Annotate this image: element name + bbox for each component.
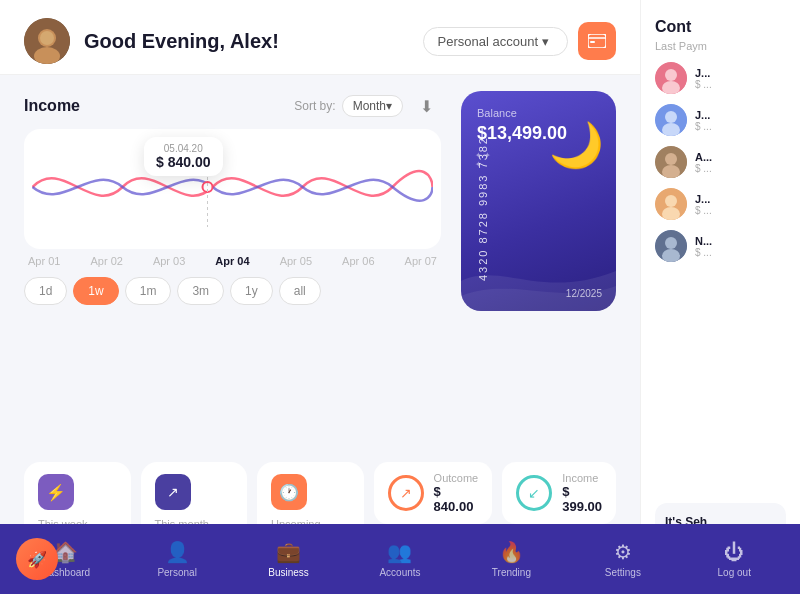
income-value-1: $ 399.00 bbox=[562, 484, 602, 514]
svg-rect-6 bbox=[590, 41, 595, 43]
nav-label-trending: Trending bbox=[492, 567, 531, 578]
income-stat-1: ↙ Income $ 399.00 bbox=[502, 462, 616, 524]
download-button[interactable]: ⬇ bbox=[411, 91, 441, 121]
sort-by-label: Sort by: bbox=[294, 99, 335, 113]
nav-logout[interactable]: ⏻ Log out bbox=[679, 541, 790, 578]
nav-label-settings: Settings bbox=[605, 567, 641, 578]
avatar-image bbox=[24, 18, 70, 64]
contact-3[interactable]: A... $ ... bbox=[655, 146, 786, 178]
contact-amount-5: $ ... bbox=[695, 247, 712, 258]
account-selector[interactable]: Personal account ▾ bbox=[423, 27, 568, 56]
svg-point-10 bbox=[665, 69, 677, 81]
clock-icon: 🕐 bbox=[271, 474, 307, 510]
svg-point-22 bbox=[665, 237, 677, 249]
header: Good Evening, Alex! Personal account ▾ bbox=[0, 0, 640, 75]
svg-rect-4 bbox=[588, 34, 606, 48]
bottom-nav: 🏠 Dashboard 👤 Personal 💼 Business 👥 Acco… bbox=[0, 524, 800, 594]
chart-header: Income Sort by: Month ▾ ⬇ bbox=[24, 91, 441, 121]
nav-settings[interactable]: ⚙ Settings bbox=[567, 540, 678, 578]
chart-container: 05.04.20 $ 840.00 bbox=[24, 129, 441, 249]
balance-card: Balance $13,499.00 🌙 ✦ ✦✦ 4320 8728 9983… bbox=[461, 91, 616, 311]
time-filter-all[interactable]: all bbox=[279, 277, 321, 305]
contact-amount-2: $ ... bbox=[695, 121, 712, 132]
chart-section: Income Sort by: Month ▾ ⬇ 05.04.20 $ 840… bbox=[24, 91, 441, 450]
date-label-3: Apr 03 bbox=[153, 255, 185, 267]
accounts-icon: 👥 bbox=[387, 540, 412, 564]
settings-icon: ⚙ bbox=[614, 540, 632, 564]
date-label-2: Apr 02 bbox=[90, 255, 122, 267]
nav-label-logout: Log out bbox=[718, 567, 751, 578]
nav-business[interactable]: 💼 Business bbox=[233, 540, 344, 578]
chevron-down-icon: ▾ bbox=[542, 34, 549, 49]
rocket-icon: 🚀 bbox=[27, 550, 47, 569]
time-filter-1d[interactable]: 1d bbox=[24, 277, 67, 305]
date-label-4-active: Apr 04 bbox=[215, 255, 249, 267]
nav-accounts[interactable]: 👥 Accounts bbox=[344, 540, 455, 578]
card-number: 4320 8728 9983 7382 bbox=[475, 136, 493, 281]
contact-info-2: J... $ ... bbox=[695, 109, 712, 132]
nav-label-personal: Personal bbox=[157, 567, 196, 578]
date-label-1: Apr 01 bbox=[28, 255, 60, 267]
outcome-stat-1: ↗ Outcome $ 840.00 bbox=[374, 462, 493, 524]
contact-avatar-4 bbox=[655, 188, 687, 220]
contact-4[interactable]: J... $ ... bbox=[655, 188, 786, 220]
contact-amount-3: $ ... bbox=[695, 163, 712, 174]
personal-icon: 👤 bbox=[165, 540, 190, 564]
right-panel-title: Cont bbox=[655, 18, 786, 36]
card-icon-button[interactable] bbox=[578, 22, 616, 60]
date-labels: Apr 01 Apr 02 Apr 03 Apr 04 Apr 05 Apr 0… bbox=[24, 251, 441, 267]
time-filter-1y[interactable]: 1y bbox=[230, 277, 273, 305]
contact-avatar-3 bbox=[655, 146, 687, 178]
tooltip-date: 05.04.20 bbox=[156, 143, 211, 154]
contact-name-5: N... bbox=[695, 235, 712, 247]
svg-point-3 bbox=[40, 31, 54, 45]
contact-info-5: N... $ ... bbox=[695, 235, 712, 258]
account-label: Personal account bbox=[438, 34, 538, 49]
moon-icon: 🌙 bbox=[549, 119, 604, 171]
chart-tooltip: 05.04.20 $ 840.00 bbox=[144, 137, 223, 176]
card-expiry: 12/2025 bbox=[566, 288, 602, 299]
date-label-6: Apr 06 bbox=[342, 255, 374, 267]
contact-avatar-2 bbox=[655, 104, 687, 136]
time-filter-1m[interactable]: 1m bbox=[125, 277, 172, 305]
contact-2[interactable]: J... $ ... bbox=[655, 104, 786, 136]
right-panel: Cont Last Paym J... $ ... J... $ ... bbox=[640, 0, 800, 594]
time-filters: 1d 1w 1m 3m 1y all bbox=[24, 277, 441, 305]
svg-point-16 bbox=[665, 153, 677, 165]
launch-button[interactable]: 🚀 bbox=[16, 538, 58, 580]
income-info-1: Income $ 399.00 bbox=[562, 472, 602, 514]
nav-label-accounts: Accounts bbox=[379, 567, 420, 578]
svg-point-19 bbox=[665, 195, 677, 207]
date-label-7: Apr 07 bbox=[405, 255, 437, 267]
trending-icon: 🔥 bbox=[499, 540, 524, 564]
sort-chevron-icon: ▾ bbox=[386, 99, 392, 113]
outcome-icon-1: ↗ bbox=[388, 475, 424, 511]
contact-info-4: J... $ ... bbox=[695, 193, 712, 216]
avatar bbox=[24, 18, 70, 64]
income-label-1: Income bbox=[562, 472, 602, 484]
nav-trending[interactable]: 🔥 Trending bbox=[456, 540, 567, 578]
outcome-label-1: Outcome bbox=[434, 472, 479, 484]
contact-1[interactable]: J... $ ... bbox=[655, 62, 786, 94]
chart-svg bbox=[32, 137, 433, 237]
contact-5[interactable]: N... $ ... bbox=[655, 230, 786, 262]
svg-point-13 bbox=[665, 111, 677, 123]
contact-amount-4: $ ... bbox=[695, 205, 712, 216]
contact-info-1: J... $ ... bbox=[695, 67, 712, 90]
sort-dropdown[interactable]: Month ▾ bbox=[342, 95, 403, 117]
time-filter-1w[interactable]: 1w bbox=[73, 277, 118, 305]
contact-name-1: J... bbox=[695, 67, 712, 79]
tooltip-value: $ 840.00 bbox=[156, 154, 211, 170]
contact-amount-1: $ ... bbox=[695, 79, 712, 90]
greeting-text: Good Evening, Alex! bbox=[84, 30, 423, 53]
contact-avatar-1 bbox=[655, 62, 687, 94]
lightning-icon: ⚡ bbox=[38, 474, 74, 510]
main-content: Income Sort by: Month ▾ ⬇ 05.04.20 $ 840… bbox=[0, 75, 640, 450]
nav-personal[interactable]: 👤 Personal bbox=[121, 540, 232, 578]
income-icon-1: ↙ bbox=[516, 475, 552, 511]
contact-info-3: A... $ ... bbox=[695, 151, 712, 174]
contact-name-4: J... bbox=[695, 193, 712, 205]
content-area: Good Evening, Alex! Personal account ▾ I… bbox=[0, 0, 640, 594]
time-filter-3m[interactable]: 3m bbox=[177, 277, 224, 305]
nav-label-business: Business bbox=[268, 567, 309, 578]
